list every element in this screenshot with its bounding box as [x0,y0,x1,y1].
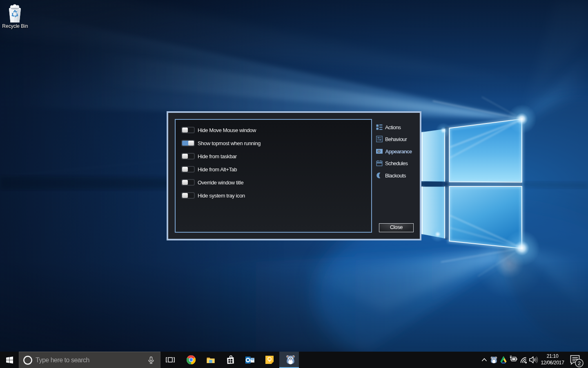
svg-text:2: 2 [578,360,581,366]
